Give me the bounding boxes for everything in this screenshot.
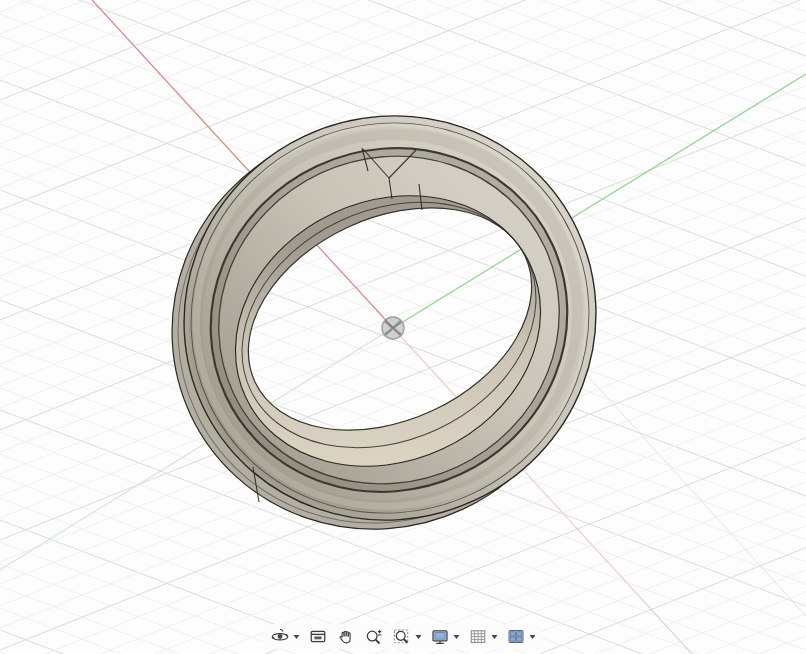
grid-icon <box>469 627 488 646</box>
display-monitor-icon <box>431 627 450 646</box>
grid-menu-caret[interactable] <box>490 626 499 647</box>
orbit-button[interactable] <box>270 626 291 647</box>
fit-magnifier-icon <box>393 627 412 646</box>
pan-button[interactable] <box>336 626 357 647</box>
orbit-icon <box>271 627 290 646</box>
look-at-icon <box>309 627 328 646</box>
fit-menu-caret[interactable] <box>414 626 423 647</box>
display-settings-menu-caret[interactable] <box>452 626 461 647</box>
viewports-icon <box>507 627 526 646</box>
viewport-stage <box>0 0 806 654</box>
grid-and-snaps-button[interactable] <box>468 626 489 647</box>
zoom-button[interactable] <box>364 626 385 647</box>
display-settings-button[interactable] <box>430 626 451 647</box>
viewports-menu-caret[interactable] <box>528 626 537 647</box>
navigation-toolbar <box>265 624 542 649</box>
viewport-canvas[interactable] <box>0 0 806 654</box>
look-at-button[interactable] <box>308 626 329 647</box>
pan-hand-icon <box>337 627 356 646</box>
orbit-pivot-marker <box>382 317 404 339</box>
orbit-menu-caret[interactable] <box>292 626 301 647</box>
fit-button[interactable] <box>392 626 413 647</box>
zoom-magnifier-icon <box>365 627 384 646</box>
viewports-button[interactable] <box>506 626 527 647</box>
